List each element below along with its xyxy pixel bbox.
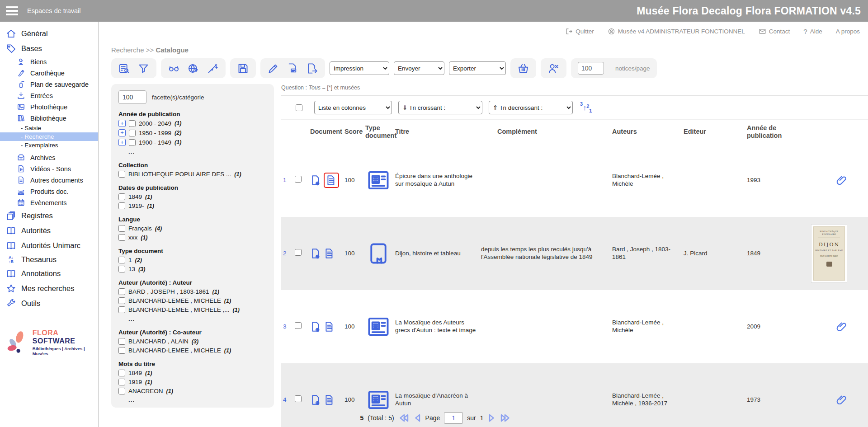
sidebar-item-bibliotheque[interactable]: Bibliothèque: [0, 113, 98, 124]
record-number-link[interactable]: 4: [281, 394, 293, 407]
view-document-icon[interactable]: [324, 248, 335, 259]
filter-icon[interactable]: [137, 62, 150, 75]
sidebar-item-videos-sons[interactable]: Vidéos - Sons: [0, 163, 98, 174]
sidebar-item-annotations[interactable]: Annotations: [0, 266, 98, 281]
expand-plus-icon[interactable]: +: [118, 120, 126, 127]
facet-more-link[interactable]: ...: [128, 397, 267, 404]
sidebar-item-recherche[interactable]: - Recherche: [0, 132, 98, 141]
view-mode-select[interactable]: Liste en colonnes: [314, 101, 392, 114]
row-checkbox[interactable]: [295, 176, 302, 183]
export-document-icon[interactable]: [306, 62, 318, 75]
sidebar-item-bases[interactable]: Bases: [0, 41, 98, 56]
sidebar-item-carotheque[interactable]: Carothèque: [0, 67, 98, 79]
facet-checkbox[interactable]: [129, 130, 136, 136]
workspaces-label[interactable]: Espaces de travail: [27, 7, 80, 14]
row-checkbox[interactable]: [295, 249, 302, 256]
row-checkbox[interactable]: [295, 395, 302, 402]
sidebar-item-exemplaires[interactable]: - Exemplaires: [0, 141, 98, 150]
facet-checkbox[interactable]: [118, 338, 125, 345]
save-icon[interactable]: [237, 62, 249, 75]
facet-more-link[interactable]: ...: [128, 148, 267, 155]
paperclip-icon[interactable]: [836, 175, 847, 186]
sidebar-item-autorites-unimarc[interactable]: Autorités Unimarc: [0, 238, 98, 253]
facet-checkbox[interactable]: [129, 139, 136, 146]
glasses-icon[interactable]: [168, 62, 180, 75]
facet-checkbox[interactable]: [118, 306, 125, 313]
pencil-icon[interactable]: [267, 62, 279, 75]
contact-link[interactable]: Contact: [759, 28, 790, 35]
sidebar-item-produits-doc[interactable]: Produits doc.: [0, 186, 98, 197]
facet-checkbox[interactable]: [118, 202, 125, 209]
sidebar-item-registres[interactable]: Registres: [0, 208, 98, 223]
last-page-icon[interactable]: [500, 413, 511, 422]
facet-checkbox[interactable]: [129, 120, 136, 127]
expand-plus-icon[interactable]: +: [118, 129, 126, 136]
row-checkbox[interactable]: [295, 322, 302, 329]
facet-checkbox[interactable]: [118, 370, 125, 376]
hamburger-menu-icon[interactable]: [0, 0, 21, 22]
sidebar-item-autres-documents[interactable]: Autres documents: [0, 174, 98, 186]
facet-checkbox[interactable]: [118, 257, 125, 263]
print-document-icon[interactable]: [287, 62, 299, 75]
sidebar-item-biens[interactable]: Biens: [0, 56, 98, 67]
sort-ascending-select[interactable]: ⇓ Tri croissant :: [398, 101, 482, 114]
page-number-input[interactable]: [444, 412, 463, 424]
basket-icon[interactable]: [517, 62, 529, 75]
exporter-select[interactable]: Exporter: [449, 61, 506, 75]
view-document-icon[interactable]: [324, 394, 335, 406]
record-thumbnail[interactable]: BIBLIOTHÈQUE POPULAIRE DIJON HISTOIRE ET…: [811, 224, 847, 283]
facet-checkbox[interactable]: [118, 347, 125, 354]
sidebar-item-mes-recherches[interactable]: Mes recherches: [0, 281, 98, 296]
open-record-icon[interactable]: [310, 174, 322, 186]
sidebar-item-entrees[interactable]: Entrées: [0, 90, 98, 101]
facet-checkbox[interactable]: [118, 379, 125, 385]
facet-checkbox[interactable]: [118, 193, 125, 200]
facet-more-link[interactable]: ...: [128, 315, 267, 322]
apropos-link[interactable]: A propos: [836, 28, 860, 35]
magic-wand-icon[interactable]: [207, 62, 219, 75]
next-page-icon[interactable]: [488, 413, 495, 422]
notices-per-page-input[interactable]: [578, 62, 604, 75]
open-record-icon[interactable]: [310, 321, 322, 333]
select-all-checkbox[interactable]: [296, 104, 302, 111]
envoyer-select[interactable]: Envoyer: [394, 61, 444, 75]
view-document-icon[interactable]: [324, 321, 335, 333]
facet-checkbox[interactable]: [118, 234, 125, 241]
sidebar-item-evenements[interactable]: Evènements: [0, 197, 98, 208]
sidebar-item-phototheque[interactable]: Photothèque: [0, 101, 98, 113]
facet-checkbox[interactable]: [118, 266, 125, 272]
sidebar-item-thesaurus[interactable]: A↓↑BThesaurus: [0, 253, 98, 266]
open-record-icon[interactable]: [310, 248, 322, 259]
person-remove-icon[interactable]: [547, 62, 560, 75]
facet-checkbox[interactable]: [118, 225, 125, 232]
sidebar-item-autorites[interactable]: Autorités: [0, 223, 98, 238]
sidebar-item-plan-de-sauvegarde[interactable]: Plan de sauvegarde: [0, 79, 98, 90]
impression-select[interactable]: Impression: [330, 61, 389, 75]
paperclip-icon[interactable]: [836, 394, 847, 406]
list-search-icon[interactable]: [118, 62, 130, 75]
sidebar-item-general[interactable]: Général: [0, 26, 98, 41]
facet-checkbox[interactable]: [118, 297, 125, 304]
aide-link[interactable]: ? Aide: [803, 28, 822, 35]
facet-checkbox[interactable]: [118, 288, 125, 295]
paperclip-icon[interactable]: [836, 321, 847, 333]
globe-publish-icon[interactable]: [187, 62, 199, 75]
multi-sort-icon[interactable]: 3↑21: [580, 102, 592, 113]
quitter-link[interactable]: Quitter: [565, 28, 594, 35]
record-number-link[interactable]: 2: [281, 247, 293, 260]
previous-page-icon[interactable]: [414, 413, 421, 422]
record-number-link[interactable]: 3: [281, 320, 293, 333]
first-page-icon[interactable]: [398, 413, 410, 422]
view-document-icon[interactable]: [326, 174, 337, 186]
sidebar-item-saisie[interactable]: - Saisie: [0, 124, 98, 132]
current-user[interactable]: Musée v4 ADMINISTRATEUR FONCTIONNEL: [608, 28, 745, 35]
open-record-icon[interactable]: [310, 394, 322, 406]
record-number-link[interactable]: 1: [281, 174, 293, 187]
sort-descending-select[interactable]: ⇑ Tri décroissant :: [489, 101, 573, 114]
facet-checkbox[interactable]: [118, 388, 125, 394]
sidebar-item-outils[interactable]: Outils: [0, 296, 98, 311]
expand-plus-icon[interactable]: +: [118, 139, 126, 146]
sidebar-item-archives[interactable]: Archives: [0, 152, 98, 163]
facets-per-category-input[interactable]: [118, 90, 146, 104]
facet-checkbox[interactable]: [118, 171, 125, 178]
